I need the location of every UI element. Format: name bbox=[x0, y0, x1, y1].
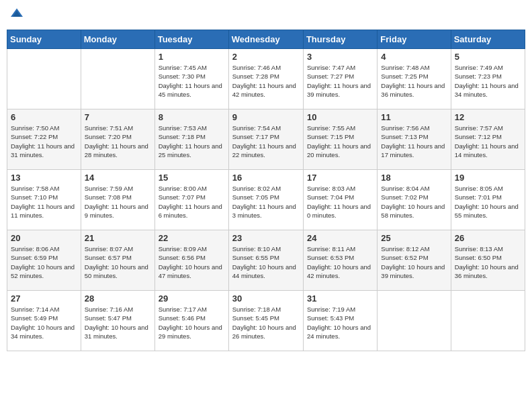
day-number: 13 bbox=[11, 173, 77, 183]
day-info: Sunrise: 8:02 AMSunset: 7:05 PMDaylight:… bbox=[232, 184, 300, 220]
day-number: 28 bbox=[85, 293, 151, 304]
day-info: Sunrise: 8:09 AMSunset: 6:56 PMDaylight:… bbox=[159, 244, 225, 280]
day-number: 18 bbox=[381, 173, 447, 183]
calendar-day-cell: 13Sunrise: 7:58 AMSunset: 7:10 PMDayligh… bbox=[7, 170, 81, 230]
calendar-empty-cell bbox=[378, 291, 451, 351]
day-info: Sunrise: 7:54 AMSunset: 7:17 PMDaylight:… bbox=[232, 124, 300, 159]
day-info: Sunrise: 7:58 AMSunset: 7:10 PMDaylight:… bbox=[11, 184, 77, 220]
day-info: Sunrise: 8:05 AMSunset: 7:01 PMDaylight:… bbox=[455, 184, 521, 220]
day-info: Sunrise: 7:46 AMSunset: 7:28 PMDaylight:… bbox=[232, 63, 300, 99]
calendar-day-cell: 29Sunrise: 7:17 AMSunset: 5:46 PMDayligh… bbox=[154, 291, 228, 351]
calendar-day-cell: 22Sunrise: 8:09 AMSunset: 6:56 PMDayligh… bbox=[154, 230, 228, 291]
calendar-table: SundayMondayTuesdayWednesdayThursdayFrid… bbox=[7, 30, 525, 351]
day-number: 27 bbox=[11, 293, 77, 304]
day-info: Sunrise: 7:16 AMSunset: 5:47 PMDaylight:… bbox=[85, 305, 151, 340]
day-number: 1 bbox=[159, 52, 225, 62]
calendar-week-row: 20Sunrise: 8:06 AMSunset: 6:59 PMDayligh… bbox=[7, 230, 525, 291]
day-number: 11 bbox=[381, 112, 447, 122]
day-number: 24 bbox=[307, 233, 373, 243]
calendar-day-cell: 27Sunrise: 7:14 AMSunset: 5:49 PMDayligh… bbox=[7, 291, 81, 351]
day-info: Sunrise: 7:50 AMSunset: 7:22 PMDaylight:… bbox=[11, 124, 77, 159]
day-of-week-header: Saturday bbox=[451, 30, 525, 49]
day-number: 22 bbox=[159, 233, 225, 243]
page-header bbox=[7, 7, 525, 23]
calendar-day-cell: 4Sunrise: 7:48 AMSunset: 7:25 PMDaylight… bbox=[378, 49, 451, 109]
day-info: Sunrise: 7:17 AMSunset: 5:46 PMDaylight:… bbox=[159, 305, 225, 340]
calendar-week-row: 6Sunrise: 7:50 AMSunset: 7:22 PMDaylight… bbox=[7, 109, 525, 170]
day-info: Sunrise: 8:07 AMSunset: 6:57 PMDaylight:… bbox=[85, 244, 151, 280]
calendar-day-cell: 6Sunrise: 7:50 AMSunset: 7:22 PMDaylight… bbox=[7, 109, 81, 170]
day-info: Sunrise: 7:49 AMSunset: 7:23 PMDaylight:… bbox=[455, 63, 521, 99]
day-info: Sunrise: 7:53 AMSunset: 7:18 PMDaylight:… bbox=[159, 124, 225, 159]
day-number: 16 bbox=[232, 173, 300, 183]
calendar-empty-cell bbox=[451, 291, 525, 351]
day-of-week-header: Sunday bbox=[7, 30, 81, 49]
calendar-day-cell: 10Sunrise: 7:55 AMSunset: 7:15 PMDayligh… bbox=[303, 109, 377, 170]
calendar-body: 1Sunrise: 7:45 AMSunset: 7:30 PMDaylight… bbox=[7, 49, 525, 351]
day-number: 26 bbox=[455, 233, 521, 243]
day-info: Sunrise: 7:47 AMSunset: 7:27 PMDaylight:… bbox=[307, 63, 373, 99]
calendar-day-cell: 11Sunrise: 7:56 AMSunset: 7:13 PMDayligh… bbox=[378, 109, 451, 170]
day-info: Sunrise: 7:57 AMSunset: 7:12 PMDaylight:… bbox=[455, 124, 521, 159]
calendar-day-cell: 5Sunrise: 7:49 AMSunset: 7:23 PMDaylight… bbox=[451, 49, 525, 109]
day-info: Sunrise: 8:03 AMSunset: 7:04 PMDaylight:… bbox=[307, 184, 373, 220]
day-number: 21 bbox=[85, 233, 151, 243]
day-of-week-header: Friday bbox=[378, 30, 451, 49]
day-number: 29 bbox=[159, 293, 225, 304]
day-info: Sunrise: 7:19 AMSunset: 5:43 PMDaylight:… bbox=[307, 305, 373, 340]
day-number: 20 bbox=[11, 233, 77, 243]
calendar-day-cell: 31Sunrise: 7:19 AMSunset: 5:43 PMDayligh… bbox=[303, 291, 377, 351]
calendar-day-cell: 14Sunrise: 7:59 AMSunset: 7:08 PMDayligh… bbox=[81, 170, 154, 230]
day-info: Sunrise: 7:55 AMSunset: 7:15 PMDaylight:… bbox=[307, 124, 373, 159]
calendar-empty-cell bbox=[81, 49, 154, 109]
calendar-day-cell: 25Sunrise: 8:12 AMSunset: 6:52 PMDayligh… bbox=[378, 230, 451, 291]
calendar-day-cell: 23Sunrise: 8:10 AMSunset: 6:55 PMDayligh… bbox=[228, 230, 303, 291]
day-number: 23 bbox=[232, 233, 300, 243]
day-number: 30 bbox=[232, 293, 300, 304]
day-number: 19 bbox=[455, 173, 521, 183]
day-info: Sunrise: 8:06 AMSunset: 6:59 PMDaylight:… bbox=[11, 244, 77, 280]
day-number: 15 bbox=[159, 173, 225, 183]
calendar-day-cell: 16Sunrise: 8:02 AMSunset: 7:05 PMDayligh… bbox=[228, 170, 303, 230]
day-number: 14 bbox=[85, 173, 151, 183]
calendar-day-cell: 24Sunrise: 8:11 AMSunset: 6:53 PMDayligh… bbox=[303, 230, 377, 291]
day-info: Sunrise: 8:04 AMSunset: 7:02 PMDaylight:… bbox=[381, 184, 447, 220]
calendar-day-cell: 8Sunrise: 7:53 AMSunset: 7:18 PMDaylight… bbox=[154, 109, 228, 170]
day-info: Sunrise: 7:59 AMSunset: 7:08 PMDaylight:… bbox=[85, 184, 151, 220]
calendar-day-cell: 15Sunrise: 8:00 AMSunset: 7:07 PMDayligh… bbox=[154, 170, 228, 230]
day-info: Sunrise: 7:56 AMSunset: 7:13 PMDaylight:… bbox=[381, 124, 447, 159]
day-number: 4 bbox=[381, 52, 447, 62]
day-info: Sunrise: 8:12 AMSunset: 6:52 PMDaylight:… bbox=[381, 244, 447, 280]
day-number: 9 bbox=[232, 112, 300, 122]
calendar-day-cell: 18Sunrise: 8:04 AMSunset: 7:02 PMDayligh… bbox=[378, 170, 451, 230]
calendar-day-cell: 30Sunrise: 7:18 AMSunset: 5:45 PMDayligh… bbox=[228, 291, 303, 351]
calendar-day-cell: 2Sunrise: 7:46 AMSunset: 7:28 PMDaylight… bbox=[228, 49, 303, 109]
day-number: 25 bbox=[381, 233, 447, 243]
calendar-day-cell: 3Sunrise: 7:47 AMSunset: 7:27 PMDaylight… bbox=[303, 49, 377, 109]
day-number: 8 bbox=[159, 112, 225, 122]
calendar-header-row: SundayMondayTuesdayWednesdayThursdayFrid… bbox=[7, 30, 525, 49]
day-info: Sunrise: 7:18 AMSunset: 5:45 PMDaylight:… bbox=[232, 305, 300, 340]
day-of-week-header: Wednesday bbox=[228, 30, 303, 49]
day-number: 7 bbox=[85, 112, 151, 122]
day-number: 12 bbox=[455, 112, 521, 122]
calendar-day-cell: 9Sunrise: 7:54 AMSunset: 7:17 PMDaylight… bbox=[228, 109, 303, 170]
calendar-day-cell: 19Sunrise: 8:05 AMSunset: 7:01 PMDayligh… bbox=[451, 170, 525, 230]
day-info: Sunrise: 7:51 AMSunset: 7:20 PMDaylight:… bbox=[85, 124, 151, 159]
day-number: 5 bbox=[455, 52, 521, 62]
day-of-week-header: Tuesday bbox=[154, 30, 228, 49]
day-info: Sunrise: 8:13 AMSunset: 6:50 PMDaylight:… bbox=[455, 244, 521, 280]
calendar-week-row: 27Sunrise: 7:14 AMSunset: 5:49 PMDayligh… bbox=[7, 291, 525, 351]
calendar-day-cell: 12Sunrise: 7:57 AMSunset: 7:12 PMDayligh… bbox=[451, 109, 525, 170]
day-number: 17 bbox=[307, 173, 373, 183]
calendar-day-cell: 7Sunrise: 7:51 AMSunset: 7:20 PMDaylight… bbox=[81, 109, 154, 170]
calendar-day-cell: 28Sunrise: 7:16 AMSunset: 5:47 PMDayligh… bbox=[81, 291, 154, 351]
day-info: Sunrise: 8:10 AMSunset: 6:55 PMDaylight:… bbox=[232, 244, 300, 280]
calendar-week-row: 13Sunrise: 7:58 AMSunset: 7:10 PMDayligh… bbox=[7, 170, 525, 230]
day-of-week-header: Thursday bbox=[303, 30, 377, 49]
day-number: 3 bbox=[307, 52, 373, 62]
calendar-day-cell: 1Sunrise: 7:45 AMSunset: 7:30 PMDaylight… bbox=[154, 49, 228, 109]
day-number: 10 bbox=[307, 112, 373, 122]
calendar-day-cell: 21Sunrise: 8:07 AMSunset: 6:57 PMDayligh… bbox=[81, 230, 154, 291]
day-number: 2 bbox=[232, 52, 300, 62]
